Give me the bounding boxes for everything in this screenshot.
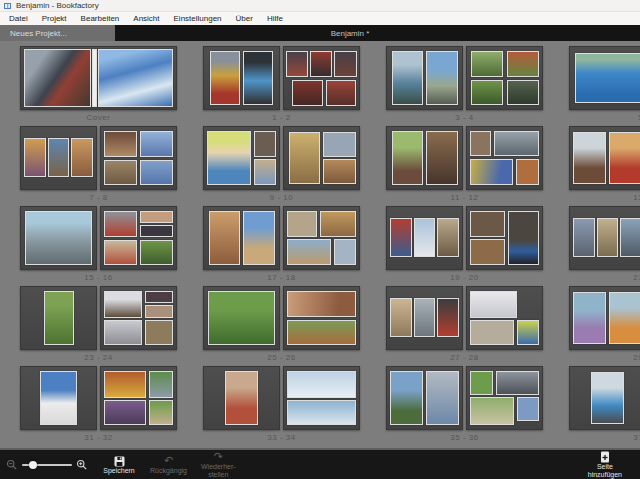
photo: [516, 159, 539, 185]
menu-item[interactable]: Datei: [2, 14, 35, 23]
book-page: [203, 46, 280, 110]
book-page: [100, 366, 177, 430]
menu-item[interactable]: Bearbeiten: [74, 14, 127, 23]
photo: [104, 371, 146, 398]
spread-thumbnail[interactable]: [386, 126, 543, 190]
menu-item[interactable]: Ansicht: [126, 14, 166, 23]
photo: [243, 51, 273, 104]
zoom-out-icon[interactable]: [6, 459, 18, 471]
book-page: [100, 286, 177, 350]
photo: [104, 240, 137, 265]
zoom-slider-handle[interactable]: [29, 461, 37, 469]
photo: [104, 131, 137, 157]
photo: [104, 211, 137, 237]
spread-thumbnail[interactable]: [569, 126, 640, 190]
photo: [140, 160, 173, 185]
spread-thumbnail[interactable]: [203, 206, 360, 270]
undo-button[interactable]: ↶ Rückgängig: [150, 455, 187, 475]
redo-label-line2: stellen: [208, 471, 228, 479]
photo: [24, 49, 91, 106]
photo: [470, 397, 514, 424]
spread-thumbnail[interactable]: [569, 366, 640, 430]
photo: [496, 371, 540, 395]
spread-thumbnail[interactable]: [20, 286, 177, 350]
photo: [494, 131, 539, 156]
spread-thumbnail[interactable]: [20, 366, 177, 430]
photo: [149, 400, 173, 425]
tab-label: Neues Projekt...: [10, 29, 67, 38]
spread-thumbnail[interactable]: [203, 286, 360, 350]
photo: [287, 320, 356, 345]
add-page-label-line2: hinzufügen: [588, 471, 622, 479]
photo: [470, 371, 493, 395]
redo-label-line1: Wiederher-: [201, 463, 236, 471]
add-page-label-line1: Seite: [597, 463, 613, 471]
book-page: [283, 286, 360, 350]
photo: [92, 49, 97, 106]
zoom-controls: [6, 459, 88, 471]
photo: [210, 51, 240, 104]
photo: [145, 291, 174, 303]
spread-label: 23 - 24: [20, 353, 177, 362]
app-icon: [4, 2, 12, 10]
photo: [98, 49, 172, 106]
tab-neues-projekt[interactable]: Neues Projekt...: [0, 25, 115, 41]
photo: [24, 138, 46, 178]
photo: [287, 211, 317, 236]
spread-thumbnail[interactable]: [569, 206, 640, 270]
spread-thumbnail[interactable]: [203, 126, 360, 190]
photo: [48, 138, 70, 178]
zoom-in-icon[interactable]: [76, 459, 88, 471]
add-page-button[interactable]: Seite hinzufügen: [588, 451, 622, 478]
photo: [145, 320, 174, 345]
spread-label: 7 - 8: [20, 193, 177, 202]
spread-thumbnail[interactable]: [20, 126, 177, 190]
book-page: [386, 206, 463, 270]
redo-button[interactable]: ↷ Wiederher- stellen: [201, 451, 236, 478]
photo: [517, 397, 540, 421]
book-page: [466, 206, 543, 270]
photo: [508, 211, 540, 265]
spread-thumbnail[interactable]: [20, 206, 177, 270]
photo: [286, 51, 308, 78]
spread-thumbnail[interactable]: [569, 46, 640, 110]
spread-thumbnail[interactable]: [20, 46, 177, 110]
photo: [609, 292, 640, 344]
photo: [243, 211, 275, 264]
save-button[interactable]: Speichern: [102, 455, 136, 475]
book-page: [283, 206, 360, 270]
spread-thumbnail[interactable]: [386, 286, 543, 350]
book-page: [100, 126, 177, 190]
spread-thumbnail[interactable]: [203, 46, 360, 110]
photo: [289, 132, 321, 184]
menu-item[interactable]: Projekt: [35, 14, 74, 23]
spread-thumbnail[interactable]: [203, 366, 360, 430]
spread-thumbnail[interactable]: [386, 366, 543, 430]
book-page: [466, 366, 543, 430]
tab-benjamin[interactable]: Benjamin *: [115, 25, 585, 41]
menu-item[interactable]: Einstellungen: [167, 14, 229, 23]
menu-item[interactable]: Hilfe: [260, 14, 290, 23]
spread-thumbnail[interactable]: [386, 206, 543, 270]
book-page: [100, 206, 177, 270]
spread-label: 13 - 14: [569, 193, 640, 202]
spread-label: 27 - 28: [386, 353, 543, 362]
spread-thumbnail[interactable]: [386, 46, 543, 110]
photo: [597, 218, 619, 258]
photo: [334, 51, 357, 78]
spread-label: 9 - 10: [203, 193, 360, 202]
spread-thumbnail[interactable]: [569, 286, 640, 350]
photo: [591, 372, 624, 424]
photo: [414, 298, 436, 338]
book-page: [283, 46, 360, 110]
photo: [573, 132, 606, 184]
menu-bar: DateiProjektBearbeitenAnsichtEinstellung…: [0, 12, 640, 25]
photo: [470, 320, 514, 345]
spread-label: 31 - 32: [20, 433, 177, 442]
photo: [145, 305, 174, 318]
photo: [149, 371, 173, 398]
photo: [209, 211, 241, 264]
zoom-slider[interactable]: [22, 460, 72, 470]
spread-label: 37 - 38: [569, 433, 640, 442]
menu-item[interactable]: Über: [229, 14, 260, 23]
